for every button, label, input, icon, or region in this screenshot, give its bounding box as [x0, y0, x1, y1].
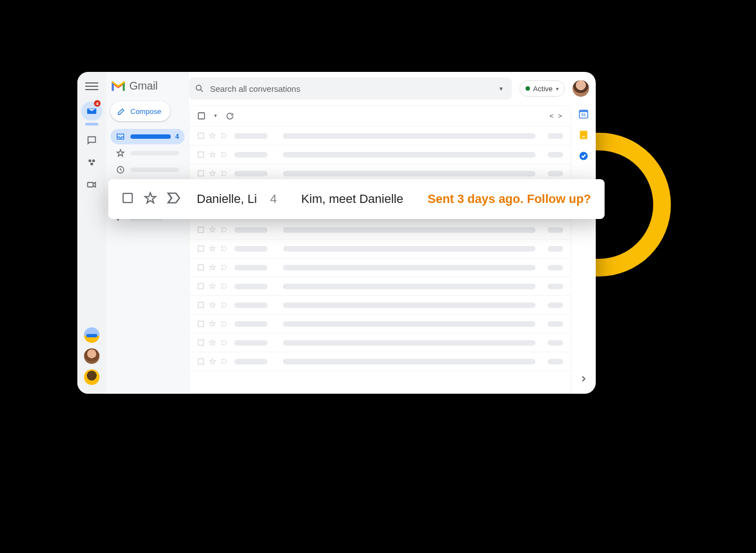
- importance-icon[interactable]: [221, 264, 228, 271]
- refresh-icon[interactable]: [225, 112, 234, 121]
- nav-placeholder: [130, 134, 171, 139]
- svg-rect-15: [198, 321, 204, 327]
- chat-avatar-3[interactable]: [84, 369, 99, 385]
- sender-placeholder: [234, 133, 267, 139]
- star-icon[interactable]: [209, 339, 216, 346]
- email-subject: Kim, meet Danielle: [301, 192, 403, 206]
- sender-placeholder: [234, 340, 267, 346]
- star-icon[interactable]: [209, 245, 216, 252]
- checkbox-icon[interactable]: [197, 226, 204, 233]
- importance-icon[interactable]: [221, 245, 228, 252]
- checkbox-icon[interactable]: [197, 320, 204, 327]
- compose-button[interactable]: Compose: [111, 101, 170, 121]
- message-row[interactable]: [190, 352, 571, 371]
- star-icon[interactable]: [209, 320, 216, 327]
- rail-spaces-button[interactable]: [81, 153, 102, 172]
- tasks-app-icon[interactable]: [578, 150, 589, 161]
- keep-app-icon[interactable]: [578, 129, 589, 140]
- checkbox-icon[interactable]: [197, 245, 204, 252]
- app-title: Gmail: [111, 80, 182, 92]
- search-placeholder: Search all conversations: [210, 84, 491, 93]
- search-options-icon[interactable]: ▼: [496, 84, 506, 94]
- checkbox-icon[interactable]: [197, 283, 204, 290]
- importance-icon[interactable]: [221, 170, 228, 177]
- checkbox-icon[interactable]: [122, 192, 134, 206]
- star-icon[interactable]: [209, 283, 216, 290]
- message-row[interactable]: [190, 145, 571, 164]
- rail-mail-button[interactable]: 4: [81, 102, 102, 121]
- svg-rect-3: [88, 182, 93, 187]
- importance-icon[interactable]: [221, 301, 228, 309]
- svg-text:31: 31: [581, 112, 586, 117]
- spaces-icon: [86, 157, 97, 168]
- svg-rect-19: [580, 110, 588, 112]
- svg-point-0: [88, 159, 91, 162]
- importance-icon[interactable]: [221, 339, 228, 346]
- star-icon[interactable]: [209, 151, 216, 158]
- message-row[interactable]: [190, 239, 571, 258]
- select-dropdown-icon[interactable]: ▼: [213, 113, 218, 118]
- svg-point-2: [91, 163, 93, 165]
- account-avatar[interactable]: [573, 80, 589, 97]
- chevron-down-icon: ▾: [556, 86, 559, 92]
- rail-chat-button[interactable]: [81, 131, 102, 150]
- message-row[interactable]: [190, 333, 571, 352]
- importance-icon[interactable]: [221, 283, 228, 290]
- nudge-email-row[interactable]: Danielle, Li 4 Kim, meet Danielle Sent 3…: [108, 179, 605, 219]
- checkbox-icon[interactable]: [197, 358, 204, 365]
- message-row[interactable]: [190, 127, 571, 145]
- checkbox-icon[interactable]: [197, 132, 204, 139]
- checkbox-icon[interactable]: [197, 301, 204, 309]
- content-row: ▼ < >: [189, 105, 596, 394]
- message-row[interactable]: [190, 296, 571, 315]
- star-icon[interactable]: [209, 226, 216, 233]
- mail-icon: [86, 106, 97, 117]
- checkbox-icon[interactable]: [197, 339, 204, 346]
- subject-placeholder: [283, 246, 536, 252]
- date-placeholder: [548, 152, 563, 158]
- star-icon[interactable]: [144, 191, 157, 207]
- select-all-checkbox[interactable]: [197, 112, 206, 120]
- importance-icon[interactable]: [221, 132, 228, 139]
- star-icon[interactable]: [209, 301, 216, 309]
- sender-placeholder: [234, 302, 267, 308]
- star-icon[interactable]: [209, 170, 216, 177]
- nav-inbox[interactable]: 4: [111, 129, 185, 144]
- importance-icon[interactable]: [167, 192, 181, 206]
- subject-placeholder: [283, 284, 536, 289]
- message-row[interactable]: [190, 315, 571, 333]
- star-icon[interactable]: [209, 264, 216, 271]
- side-panel-toggle-icon[interactable]: [579, 374, 589, 386]
- importance-icon[interactable]: [221, 226, 228, 233]
- subject-placeholder: [283, 340, 536, 346]
- checkbox-icon[interactable]: [197, 151, 204, 158]
- sender-placeholder: [234, 152, 267, 158]
- search-bar[interactable]: Search all conversations ▼: [189, 77, 512, 100]
- date-placeholder: [548, 171, 563, 176]
- svg-rect-23: [123, 194, 133, 203]
- message-row[interactable]: [190, 258, 571, 277]
- importance-icon[interactable]: [221, 151, 228, 158]
- inbox-icon: [116, 132, 125, 141]
- checkbox-icon[interactable]: [197, 264, 204, 271]
- inbox-pager[interactable]: < >: [549, 112, 563, 120]
- message-list: [190, 127, 571, 393]
- sender-placeholder: [234, 227, 267, 233]
- nav-starred[interactable]: [111, 145, 185, 161]
- date-placeholder: [548, 133, 563, 139]
- message-row[interactable]: [190, 221, 571, 239]
- svg-rect-7: [198, 133, 204, 139]
- importance-icon[interactable]: [221, 320, 228, 327]
- nav-snoozed[interactable]: [111, 162, 185, 178]
- status-selector[interactable]: Active ▾: [519, 80, 565, 97]
- main-menu-icon[interactable]: [85, 80, 98, 93]
- message-row[interactable]: [190, 277, 571, 296]
- star-icon[interactable]: [209, 358, 216, 365]
- checkbox-icon[interactable]: [197, 170, 204, 177]
- chat-avatar-2[interactable]: [84, 348, 99, 364]
- rail-meet-button[interactable]: [81, 175, 102, 194]
- importance-icon[interactable]: [221, 358, 228, 365]
- calendar-app-icon[interactable]: 31: [578, 108, 589, 119]
- chat-avatar-1[interactable]: [84, 327, 99, 343]
- star-icon[interactable]: [209, 132, 216, 139]
